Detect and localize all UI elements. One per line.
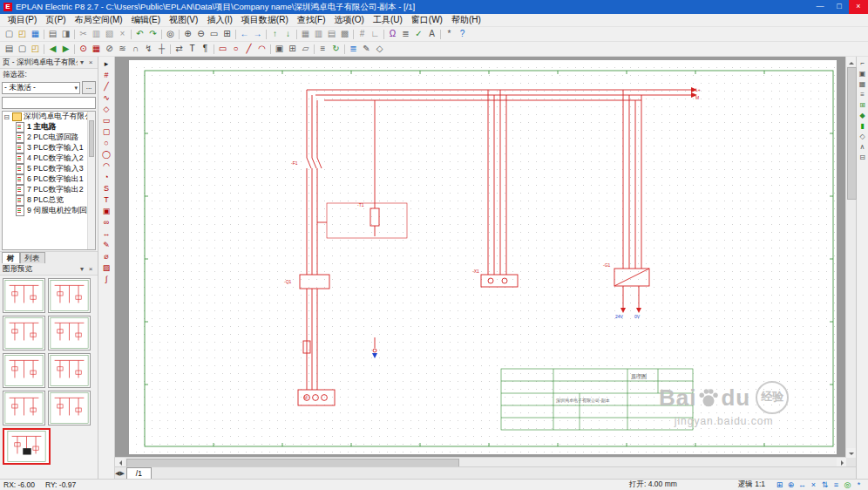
select-tool-icon[interactable]: ▸ — [99, 58, 113, 70]
black-box-icon[interactable]: ▣ — [273, 43, 286, 55]
structure-box-icon[interactable]: ▱ — [299, 43, 312, 55]
graphic-mode-icon[interactable]: ◇ — [858, 132, 868, 142]
tree-page-9[interactable]: 9 伺服电机控制回路 — [3, 206, 95, 216]
page-forward-icon[interactable]: → — [251, 28, 264, 40]
tree-scrollbar[interactable] — [87, 112, 95, 249]
clipboard-panel-icon[interactable]: ⊟ — [858, 153, 868, 163]
page-thumbnail-1[interactable] — [3, 278, 45, 313]
parts-list-icon[interactable]: ≣ — [399, 28, 412, 40]
paste-icon[interactable]: ▧ — [103, 28, 116, 40]
menu-item-4[interactable]: 视图(V) — [165, 14, 202, 26]
minimize-button[interactable]: — — [810, 0, 830, 14]
menu-item-7[interactable]: 查找(F) — [293, 14, 330, 26]
interruption-point-icon[interactable]: ⇄ — [173, 43, 186, 55]
green-indicator-icon[interactable]: ▮ — [858, 121, 868, 132]
delete-icon[interactable]: × — [116, 28, 129, 40]
options-icon[interactable]: ◇ — [373, 43, 386, 55]
device-navigator-icon[interactable]: Ω — [386, 28, 399, 40]
previous-page-icon[interactable]: ◀ — [46, 43, 59, 55]
design-mode-icon[interactable]: ◆ — [858, 111, 868, 121]
open-project-icon[interactable]: ◰ — [16, 28, 29, 40]
vertical-scrollbar-thumb[interactable] — [847, 67, 857, 200]
tree-page-7[interactable]: 7 PLC数字输出2 — [3, 185, 95, 195]
print-preview-icon[interactable]: ◨ — [59, 28, 72, 40]
rectangle-icon[interactable]: ▭ — [216, 43, 229, 55]
junction-icon[interactable]: ┼ — [155, 43, 168, 55]
hatch-tool-icon[interactable]: ▨ — [99, 262, 113, 274]
page-up-icon[interactable]: ↑ — [268, 28, 281, 40]
cascade-windows-icon[interactable]: ▣ — [858, 69, 868, 79]
menu-item-9[interactable]: 工具(U) — [369, 14, 407, 26]
menu-item-1[interactable]: 页(P) — [41, 14, 70, 26]
zoom-out-icon[interactable]: ⊖ — [194, 28, 207, 40]
circle-icon[interactable]: ○ — [229, 43, 242, 55]
open-page-icon[interactable]: ◰ — [29, 43, 42, 55]
panel-close-icon[interactable]: × — [86, 58, 95, 66]
insert-cable-icon[interactable]: ≋ — [116, 43, 129, 55]
filter-value-input[interactable] — [2, 97, 96, 109]
menu-item-6[interactable]: 项目数据(R) — [237, 14, 293, 26]
menu-item-2[interactable]: 布局空间(M) — [71, 14, 127, 26]
page-thumbnail-3[interactable] — [3, 316, 45, 350]
next-page-icon[interactable]: ▶ — [59, 43, 72, 55]
line-tool-icon[interactable]: ╱ — [99, 81, 113, 92]
vertical-scrollbar[interactable] — [845, 57, 856, 458]
next-sheet-icon[interactable]: ▶ — [119, 470, 124, 476]
new-project-icon[interactable]: ▢ — [3, 28, 16, 40]
rounded-rectangle-tool-icon[interactable]: ▢ — [99, 126, 113, 138]
image-tool-icon[interactable]: ▣ — [99, 206, 113, 217]
zoom-in-icon[interactable]: ⊕ — [181, 28, 194, 40]
grid-extra-icon[interactable]: ▩ — [338, 28, 351, 40]
arc-tool-icon[interactable]: ◠ — [99, 160, 113, 172]
tab-tree[interactable]: 树 — [2, 252, 20, 263]
sheet-tab[interactable]: /1 — [126, 467, 152, 479]
connection-symbol-icon[interactable]: ↯ — [142, 43, 155, 55]
plc-box-icon[interactable]: ⊞ — [286, 43, 299, 55]
translate-icon[interactable]: A — [425, 28, 438, 40]
layers-icon[interactable]: ≣ — [347, 43, 360, 55]
save-icon[interactable]: ▦ — [29, 28, 42, 40]
find-icon[interactable]: ◎ — [164, 28, 177, 40]
sector-tool-icon[interactable]: ◔ — [99, 172, 113, 183]
properties-icon[interactable]: ✎ — [360, 43, 373, 55]
menu-item-10[interactable]: 窗口(W) — [407, 14, 447, 26]
menu-item-5[interactable]: 插入(I) — [202, 14, 236, 26]
arc-icon[interactable]: ◠ — [255, 43, 268, 55]
settings-status-icon[interactable]: * — [853, 480, 865, 490]
tree-page-2[interactable]: 2 PLC电源回路 — [3, 133, 95, 143]
insert-text-icon[interactable]: T — [186, 43, 199, 55]
check-project-icon[interactable]: ✓ — [412, 28, 425, 40]
maximize-button[interactable]: □ — [830, 0, 849, 14]
spline-tool-icon[interactable]: S — [99, 183, 113, 194]
tree-page-3[interactable]: 3 PLC数字输入1 — [3, 143, 95, 153]
grid-medium-icon[interactable]: ▥ — [312, 28, 325, 40]
circle-tool-icon[interactable]: ○ — [99, 138, 113, 149]
scroll-up-icon[interactable] — [846, 57, 856, 66]
generate-reports-icon[interactable]: ↻ — [329, 43, 342, 55]
drawing-page[interactable]: -F1-Q1-T1-X1-G124V0VL+MM原理图深圳鸿卓电子有限公司-副本… — [129, 60, 837, 454]
freehand-tool-icon[interactable]: ∫ — [99, 274, 113, 285]
page-thumbnail-4[interactable] — [48, 316, 91, 350]
copy-icon[interactable]: ▥ — [90, 28, 103, 40]
text-tool-icon[interactable]: T — [99, 194, 113, 206]
scroll-down-icon[interactable] — [846, 448, 856, 458]
measure-tool-icon[interactable]: ⌀ — [99, 251, 113, 262]
page-navigator-icon[interactable]: ▤ — [3, 43, 16, 55]
print-icon[interactable]: ▤ — [46, 28, 59, 40]
logic-mode-icon[interactable]: ∧ — [858, 142, 868, 153]
snap-grid-icon[interactable]: ⊞ — [858, 100, 868, 111]
updown-status-icon[interactable]: ⇅ — [819, 480, 831, 490]
tree-page-1[interactable]: 1 主电路 — [3, 122, 95, 133]
tile-windows-icon[interactable]: ▦ — [858, 79, 868, 90]
zoom-fit-icon[interactable]: ⊞ — [220, 28, 234, 40]
tab-list[interactable]: 列表 — [20, 252, 45, 263]
move-status-icon[interactable]: ↔ — [797, 480, 808, 490]
new-page-icon[interactable]: ▢ — [16, 43, 29, 55]
ellipse-tool-icon[interactable]: ◯ — [99, 149, 113, 160]
target-status-icon[interactable]: ◎ — [842, 480, 853, 490]
page-thumbnail-2[interactable] — [48, 278, 91, 313]
undo-icon[interactable]: ↶ — [133, 28, 146, 40]
zoom-window-icon[interactable]: ▭ — [207, 28, 220, 40]
insert-symbol-icon[interactable]: ⊙ — [77, 43, 90, 55]
hyperlink-tool-icon[interactable]: ∞ — [99, 217, 113, 228]
